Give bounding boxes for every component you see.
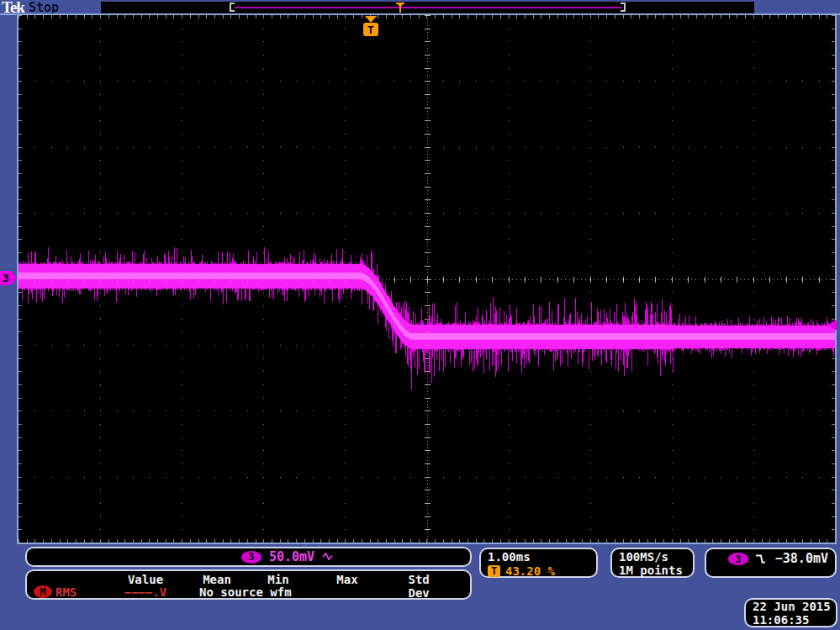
- channel3-scale: 50.0mV: [269, 549, 314, 564]
- measurement-header-min: Min: [267, 573, 288, 586]
- trigger-position-arrow-icon[interactable]: [365, 16, 377, 23]
- date-value: 22 Jun 2015: [753, 600, 836, 613]
- channel3-badge: 3: [241, 551, 262, 564]
- measurement-name: RMS: [55, 585, 77, 599]
- time-value: 11:06:35: [753, 613, 836, 627]
- measurement-header-value: Value: [128, 573, 163, 586]
- measurement-row[interactable]: M RMS −−−−.V No source wfm: [27, 585, 470, 598]
- overview-waveform-line: [235, 7, 621, 8]
- measurement-table[interactable]: Value Mean Min Max Std Dev M RMS −−−−.V …: [25, 569, 472, 600]
- channel3-ground-marker[interactable]: 3: [0, 271, 18, 285]
- measurement-header-mean: Mean: [203, 573, 231, 586]
- graticule: [17, 13, 837, 544]
- sample-rate: 100MS/s: [619, 550, 693, 564]
- trigger-readout[interactable]: 3 −38.0mV: [705, 548, 837, 578]
- channel3-readout[interactable]: 3 50.0mV: [25, 547, 472, 567]
- oscilloscope-screen: { "header": { "logo": "Tek", "acq_status…: [0, 0, 840, 630]
- math-badge: M: [34, 585, 52, 598]
- waveform-canvas: [18, 15, 835, 543]
- ac-coupling-icon: [322, 552, 335, 563]
- trigger-position-badge[interactable]: T: [363, 23, 378, 36]
- measurement-note: No source wfm: [199, 585, 292, 599]
- datetime-box: 22 Jun 2015 11:06:35: [744, 598, 837, 627]
- horizontal-readout[interactable]: 1.00ms T 43.20 %: [479, 548, 598, 578]
- record-length: 1M points: [619, 564, 693, 577]
- trigger-t-badge: T: [488, 565, 500, 577]
- record-overview-bar[interactable]: [101, 2, 754, 13]
- trigger-source-badge: 3: [728, 553, 748, 565]
- overview-trigger-marker-icon[interactable]: [396, 3, 404, 13]
- falling-edge-icon: [755, 553, 769, 565]
- measurement-value: −−−−.V: [124, 585, 167, 599]
- measurement-header-max: Max: [336, 573, 357, 586]
- trigger-level-value: −38.0mV: [775, 551, 828, 566]
- acquisition-readout[interactable]: 100MS/s 1M points: [610, 548, 695, 578]
- time-per-division: 1.00ms: [488, 550, 596, 564]
- trigger-position-percent: 43.20 %: [505, 564, 555, 578]
